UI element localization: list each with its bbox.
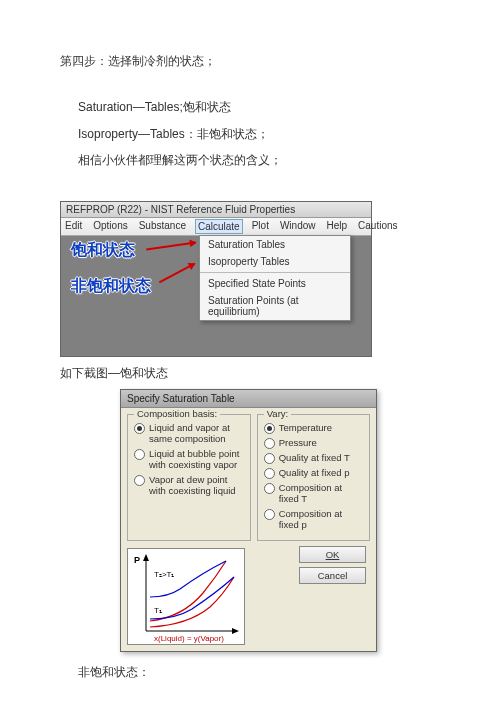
svg-marker-2 [143, 554, 149, 561]
cancel-button[interactable]: Cancel [299, 567, 366, 584]
radio-icon[interactable] [134, 423, 145, 434]
radio-icon[interactable] [134, 449, 145, 460]
caption-saturated: 如下截图—饱和状态 [60, 363, 440, 383]
radio-icon[interactable] [264, 483, 275, 494]
label-saturated: 饱和状态 [71, 240, 135, 261]
refprop-screenshot: REFPROP (R22) - NIST Reference Fluid Pro… [60, 201, 372, 357]
menu-window[interactable]: Window [278, 219, 318, 234]
plot-yaxis: P [134, 555, 140, 565]
comp-opt-dew[interactable]: Vapor at dew point with coexisting liqui… [149, 474, 244, 497]
comp-opt-bubble[interactable]: Liquid at bubble point with coexisting v… [149, 448, 244, 471]
vary-opt-qualT[interactable]: Quality at fixed T [279, 452, 350, 463]
radio-icon[interactable] [134, 475, 145, 486]
menu-cautions[interactable]: Cautions [356, 219, 399, 234]
menu-edit[interactable]: Edit [63, 219, 84, 234]
step-title: 第四步：选择制冷剂的状态； [60, 51, 440, 71]
vary-opt-temp[interactable]: Temperature [279, 422, 332, 433]
window-title: REFPROP (R22) - NIST Reference Fluid Pro… [61, 202, 371, 218]
ok-button[interactable]: OK [299, 546, 366, 563]
vary-opt-compp[interactable]: Composition at fixed p [279, 508, 363, 531]
radio-icon[interactable] [264, 438, 275, 449]
menu-plot[interactable]: Plot [250, 219, 271, 234]
svg-marker-3 [232, 628, 239, 634]
menu-item-specified-state[interactable]: Specified State Points [200, 275, 350, 292]
saturation-desc: Saturation—Tables;饱和状态 [60, 97, 440, 117]
menu-item-saturation-tables[interactable]: Saturation Tables [200, 236, 350, 253]
radio-icon[interactable] [264, 509, 275, 520]
dialog-plot: P T₂>T₁ T₁ x(Liquid) = y(Vapor) [127, 548, 245, 645]
arrow-icon [159, 262, 195, 283]
dialog-title: Specify Saturation Table [121, 390, 376, 408]
comp-opt-same[interactable]: Liquid and vapor at same composition [149, 422, 244, 445]
note: 相信小伙伴都理解这两个状态的含义； [60, 150, 440, 170]
isoproperty-desc: Isoproperty—Tables：非饱和状态； [60, 124, 440, 144]
menu-bar: Edit Options Substance Calculate Plot Wi… [61, 218, 371, 236]
arrow-icon [146, 241, 196, 250]
menu-options[interactable]: Options [91, 219, 129, 234]
menu-help[interactable]: Help [324, 219, 349, 234]
radio-icon[interactable] [264, 423, 275, 434]
caption-unsaturated: 非饱和状态： [60, 662, 440, 682]
menu-item-saturation-points[interactable]: Saturation Points (at equilibrium) [200, 292, 350, 320]
plot-t1: T₁ [154, 606, 162, 615]
menu-calculate[interactable]: Calculate [195, 219, 243, 234]
vary-opt-compT[interactable]: Composition at fixed T [279, 482, 363, 505]
vary-opt-pressure[interactable]: Pressure [279, 437, 317, 448]
label-unsaturated: 非饱和状态 [71, 276, 151, 297]
vary-legend: Vary: [264, 408, 291, 419]
menu-item-isoproperty-tables[interactable]: Isoproperty Tables [200, 253, 350, 270]
menu-substance[interactable]: Substance [137, 219, 188, 234]
plot-xformula: x(Liquid) = y(Vapor) [154, 634, 224, 643]
calculate-dropdown: Saturation Tables Isoproperty Tables Spe… [199, 235, 351, 321]
saturation-dialog: Specify Saturation Table Composition bas… [120, 389, 377, 652]
radio-icon[interactable] [264, 453, 275, 464]
vary-opt-qualp[interactable]: Quality at fixed p [279, 467, 350, 478]
composition-legend: Composition basis: [134, 408, 220, 419]
plot-t2: T₂>T₁ [154, 570, 174, 579]
radio-icon[interactable] [264, 468, 275, 479]
